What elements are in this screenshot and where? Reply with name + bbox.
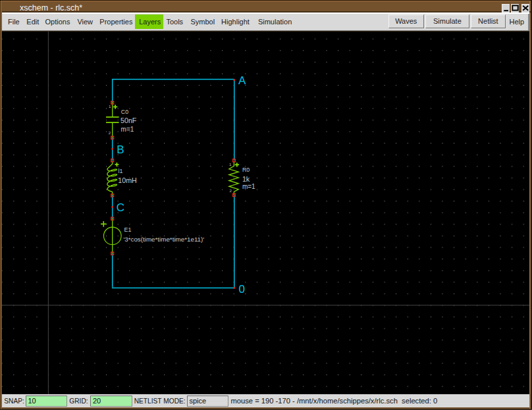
svg-text:10mH: 10mH <box>118 176 137 184</box>
svg-text:E1: E1 <box>124 226 132 233</box>
svg-text:B: B <box>117 143 124 156</box>
svg-text:'3*cos(time*time*time*1e11)': '3*cos(time*time*time*1e11)' <box>123 236 204 243</box>
svg-text:m=1: m=1 <box>121 126 134 133</box>
svg-text:1: 1 <box>109 104 111 109</box>
svg-text:C0: C0 <box>121 109 128 115</box>
svg-text:2: 2 <box>109 130 111 135</box>
svg-text:1: 1 <box>229 162 232 167</box>
svg-text:l1: l1 <box>119 168 123 174</box>
svg-text:50nF: 50nF <box>120 116 137 124</box>
svg-text:A: A <box>238 74 246 87</box>
svg-text:C: C <box>117 201 124 214</box>
svg-text:m=1: m=1 <box>242 183 255 190</box>
svg-text:2: 2 <box>230 188 232 193</box>
svg-text:R0: R0 <box>242 167 250 173</box>
svg-text:1k: 1k <box>242 175 250 183</box>
svg-text:0: 0 <box>238 283 244 295</box>
